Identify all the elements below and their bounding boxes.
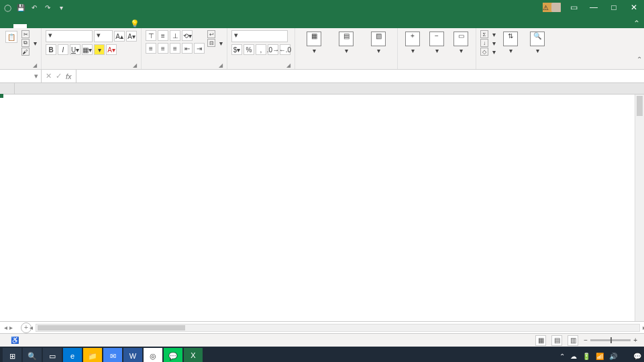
tray-volume-icon[interactable]: 🔊 [609, 353, 617, 360]
border-button[interactable]: ▦▾ [82, 44, 93, 55]
cut-button[interactable]: ✂ [21, 30, 37, 38]
collapse-ribbon-chevron-icon[interactable]: ⌃ [637, 56, 642, 63]
edge-app[interactable]: e [63, 348, 82, 362]
mail-app[interactable]: ✉ [103, 348, 122, 362]
insert-cells-button[interactable]: +▾ [402, 30, 423, 54]
delete-cells-button[interactable]: −▾ [426, 30, 447, 54]
redo-icon[interactable]: ↷ [43, 3, 52, 12]
format-painter-button[interactable]: 🖌 [21, 48, 37, 56]
word-app[interactable]: W [123, 348, 142, 362]
spreadsheet-grid[interactable] [0, 83, 644, 321]
orientation-icon[interactable]: ⟲▾ [182, 30, 193, 41]
clear-button[interactable]: ◇ ▾ [480, 48, 496, 56]
active-cell-indicator [0, 95, 3, 97]
paste-button[interactable]: 📋 [4, 30, 19, 45]
cancel-formula-icon[interactable]: ✕ [46, 72, 52, 80]
chrome-app[interactable]: ◎ [144, 348, 162, 362]
formula-bar: ▾ ✕✓fx [0, 70, 644, 83]
zoom-control[interactable]: −+ [584, 337, 640, 344]
italic-button[interactable]: I [58, 44, 68, 55]
brush-icon: 🖌 [21, 48, 30, 56]
format-cells-button[interactable]: ▭▾ [450, 30, 472, 54]
decrease-font-icon[interactable]: A▾ [126, 31, 137, 42]
indent-inc-icon[interactable]: ⇥ [194, 43, 205, 54]
name-box[interactable]: ▾ [0, 70, 42, 82]
fill-button[interactable]: ↓ ▾ [480, 39, 496, 47]
autosum-button[interactable]: Σ ▾ [480, 30, 496, 38]
enter-formula-icon[interactable]: ✓ [56, 72, 62, 80]
copy-icon: ⧉ [21, 39, 30, 47]
maximize-icon[interactable]: □ [606, 3, 621, 12]
horizontal-scrollbar[interactable]: ◂▸ [36, 324, 640, 332]
dec-decimal-icon[interactable]: ←.0 [280, 44, 290, 55]
minimize-icon[interactable]: — [586, 3, 601, 12]
align-top-icon[interactable]: ⊤ [146, 30, 156, 41]
font-name-select[interactable]: ▾ [46, 30, 93, 42]
merge-center-button[interactable]: ⊟ ▾ [207, 39, 223, 47]
sort-filter-button[interactable]: ⇅▾ [498, 30, 523, 54]
ribbon-display-icon[interactable]: ▭ [566, 3, 581, 12]
qat-more-icon[interactable]: ▾ [56, 3, 66, 12]
merge-icon: ⊟ [207, 39, 215, 47]
wrap-text-button[interactable]: ↩ [207, 30, 223, 38]
group-number: ▾ $▾%,.0→←.0 ◢ [227, 28, 295, 69]
tray-onedrive-icon[interactable]: ☁ [570, 353, 577, 360]
align-bottom-icon[interactable]: ⊥ [170, 30, 180, 41]
percent-icon[interactable]: % [244, 44, 254, 55]
vertical-scrollbar[interactable] [635, 95, 644, 321]
dialog-launcher-icon[interactable]: ◢ [133, 62, 137, 68]
bold-button[interactable]: B [46, 44, 56, 55]
font-color-button[interactable]: A▾ [106, 44, 117, 55]
start-button[interactable]: ⊞ [3, 348, 21, 362]
copy-button[interactable]: ⧉ ▾ [21, 39, 37, 47]
explorer-app[interactable]: 📁 [83, 348, 102, 362]
cell-styles-button[interactable]: ▧▾ [364, 30, 393, 54]
user-account[interactable]: ⚠ [543, 3, 561, 12]
increase-font-icon[interactable]: A▴ [114, 31, 125, 42]
number-format-select[interactable]: ▾ [231, 30, 288, 42]
view-page-layout-icon[interactable]: ▤ [551, 335, 562, 346]
line-app[interactable]: 💬 [164, 348, 182, 362]
view-normal-icon[interactable]: ▦ [535, 335, 546, 346]
align-right-icon[interactable]: ≡ [170, 43, 180, 54]
format-as-table-button[interactable]: ▤▾ [331, 30, 361, 54]
find-select-button[interactable]: 🔍▾ [525, 30, 549, 54]
tray-wifi-icon[interactable]: 📶 [596, 353, 604, 360]
save-icon[interactable]: 💾 [16, 3, 25, 12]
select-all-corner[interactable] [0, 83, 15, 94]
tray-battery-icon[interactable]: 🔋 [582, 353, 590, 360]
autosave-icon[interactable]: ◯ [3, 3, 12, 12]
undo-icon[interactable]: ↶ [30, 3, 39, 12]
align-left-icon[interactable]: ≡ [146, 43, 156, 54]
comma-icon[interactable]: , [256, 44, 266, 55]
excel-app[interactable]: X [184, 348, 203, 362]
sheet-nav-prev-icon[interactable]: ◂ [4, 324, 7, 331]
group-styles: ▦▾ ▤▾ ▧▾ [295, 28, 398, 69]
tell-me-search[interactable]: 💡 [130, 19, 142, 28]
tray-chevron-icon[interactable]: ⌃ [559, 353, 565, 360]
close-icon[interactable]: ✕ [627, 3, 641, 12]
dialog-launcher-icon[interactable]: ◢ [286, 62, 290, 68]
accessibility-status[interactable]: ♿ [11, 337, 19, 344]
tray-notifications-icon[interactable]: 💬 [633, 353, 641, 360]
fill-color-button[interactable]: ▾ [94, 44, 105, 55]
indent-dec-icon[interactable]: ⇤ [182, 43, 193, 54]
inc-decimal-icon[interactable]: .0→ [268, 44, 278, 55]
view-page-break-icon[interactable]: ▥ [568, 335, 578, 346]
sigma-icon: Σ [480, 30, 488, 38]
conditional-formatting-button[interactable]: ▦▾ [299, 30, 329, 54]
collapse-ribbon-icon[interactable]: ⌃ [629, 19, 644, 28]
currency-icon[interactable]: $▾ [231, 44, 242, 55]
font-size-select[interactable]: ▾ [94, 30, 113, 42]
sheet-nav-next-icon[interactable]: ▸ [9, 324, 13, 331]
dialog-launcher-icon[interactable]: ◢ [33, 62, 37, 68]
task-view-button[interactable]: ▭ [43, 348, 62, 362]
align-center-icon[interactable]: ≡ [158, 43, 168, 54]
underline-button[interactable]: U▾ [70, 44, 80, 55]
fx-icon[interactable]: fx [66, 72, 72, 80]
search-button[interactable]: 🔍 [23, 348, 42, 362]
dialog-launcher-icon[interactable]: ◢ [219, 62, 223, 68]
windows-taskbar: ⊞ 🔍 ▭ e 📁 ✉ W ◎ 💬 X ⌃ ☁ 🔋 📶 🔊 💬 [0, 347, 644, 362]
formula-input[interactable] [76, 70, 644, 82]
align-middle-icon[interactable]: ≡ [158, 30, 168, 41]
